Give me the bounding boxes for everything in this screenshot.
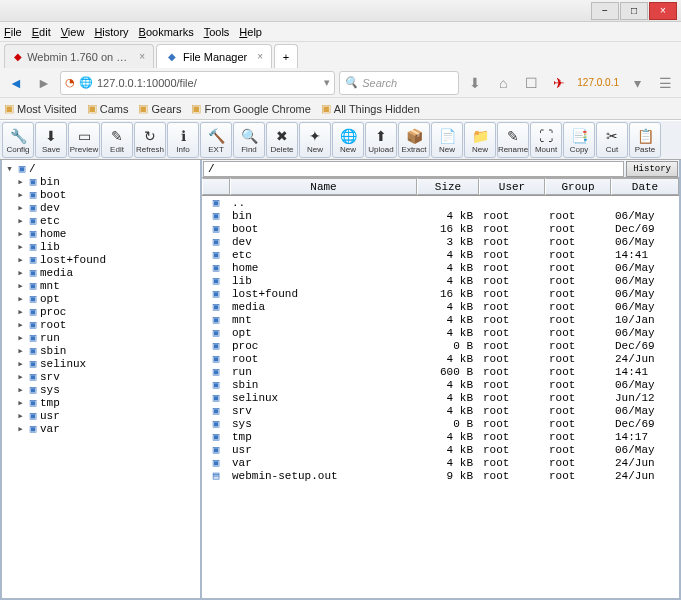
home-button[interactable]: ⌂	[491, 71, 515, 95]
list-row[interactable]: ▣dev3 kBrootroot06/May	[202, 235, 679, 248]
tree-twisty-icon[interactable]: ▸	[15, 305, 26, 318]
list-row[interactable]: ▣mnt4 kBrootroot10/Jan	[202, 313, 679, 326]
history-button[interactable]: History	[626, 161, 678, 177]
list-row[interactable]: ▣root4 kBrootroot24/Jun	[202, 352, 679, 365]
tree-twisty-icon[interactable]: ▾	[4, 162, 15, 175]
tree-pane[interactable]: ▾▣/▸▣bin▸▣boot▸▣dev▸▣etc▸▣home▸▣lib▸▣los…	[2, 160, 202, 598]
tree-node[interactable]: ▸▣root	[4, 318, 198, 331]
tool-config[interactable]: 🔧Config	[2, 122, 34, 158]
list-row[interactable]: ▣run600 Brootroot14:41	[202, 365, 679, 378]
tool-delete[interactable]: ✖Delete	[266, 122, 298, 158]
menu-view[interactable]: View	[61, 26, 85, 38]
menu-file[interactable]: File	[4, 26, 22, 38]
tool-save[interactable]: ⬇Save	[35, 122, 67, 158]
bookmark-item[interactable]: ▣Gears	[138, 102, 181, 115]
nav-forward-button[interactable]: ►	[32, 71, 56, 95]
tree-node[interactable]: ▸▣etc	[4, 214, 198, 227]
tree-twisty-icon[interactable]: ▸	[15, 240, 26, 253]
tool-copy[interactable]: 📑Copy	[563, 122, 595, 158]
window-minimize-button[interactable]: −	[591, 2, 619, 20]
menu-edit[interactable]: Edit	[32, 26, 51, 38]
list-row[interactable]: ▣bin4 kBrootroot06/May	[202, 209, 679, 222]
dropdown-icon[interactable]: ▾	[324, 76, 330, 89]
site-identity-icon[interactable]: ◔	[65, 76, 75, 89]
tree-twisty-icon[interactable]: ▸	[15, 266, 26, 279]
list-row[interactable]: ▣etc4 kBrootroot14:41	[202, 248, 679, 261]
tree-twisty-icon[interactable]: ▸	[15, 331, 26, 344]
list-row[interactable]: ▣sys0 BrootrootDec/69	[202, 417, 679, 430]
tool-preview[interactable]: ▭Preview	[68, 122, 100, 158]
tree-node[interactable]: ▸▣opt	[4, 292, 198, 305]
tree-twisty-icon[interactable]: ▸	[15, 422, 26, 435]
list-row[interactable]: ▣srv4 kBrootroot06/May	[202, 404, 679, 417]
col-user[interactable]: User	[479, 178, 545, 195]
tool-new[interactable]: 📄New	[431, 122, 463, 158]
tree-root[interactable]: ▾▣/	[4, 162, 198, 175]
list-row[interactable]: ▤webmin-setup.out9 kBrootroot24/Jun	[202, 469, 679, 482]
tool-find[interactable]: 🔍Find	[233, 122, 265, 158]
tree-twisty-icon[interactable]: ▸	[15, 279, 26, 292]
list-row[interactable]: ▣media4 kBrootroot06/May	[202, 300, 679, 313]
list-row[interactable]: ▣boot16 kBrootrootDec/69	[202, 222, 679, 235]
bookmark-item[interactable]: ▣Most Visited	[4, 102, 77, 115]
menu-history[interactable]: History	[94, 26, 128, 38]
window-maximize-button[interactable]: □	[620, 2, 648, 20]
tool-upload[interactable]: ⬆Upload	[365, 122, 397, 158]
tool-refresh[interactable]: ↻Refresh	[134, 122, 166, 158]
new-tab-button[interactable]: +	[274, 44, 298, 68]
tree-node[interactable]: ▸▣srv	[4, 370, 198, 383]
path-input[interactable]: /	[203, 161, 624, 177]
url-bar[interactable]: ◔ 🌐 127.0.0.1:10000/file/ ▾	[60, 71, 335, 95]
tab[interactable]: ◆Webmin 1.760 on raspberr…×	[4, 44, 154, 68]
tree-twisty-icon[interactable]: ▸	[15, 357, 26, 370]
search-box[interactable]: 🔍 Search	[339, 71, 459, 95]
list-row[interactable]: ▣sbin4 kBrootroot06/May	[202, 378, 679, 391]
tree-node[interactable]: ▸▣lib	[4, 240, 198, 253]
bookmark-button[interactable]: ☐	[519, 71, 543, 95]
window-close-button[interactable]: ×	[649, 2, 677, 20]
list-row[interactable]: ▣lost+found16 kBrootroot06/May	[202, 287, 679, 300]
list-row[interactable]: ▣var4 kBrootroot24/Jun	[202, 456, 679, 469]
col-group[interactable]: Group	[545, 178, 611, 195]
list-row[interactable]: ▣selinux4 kBrootrootJun/12	[202, 391, 679, 404]
proxy-label[interactable]: 127.0.0.1	[575, 77, 621, 88]
bookmark-item[interactable]: ▣Cams	[87, 102, 129, 115]
tree-twisty-icon[interactable]: ▸	[15, 292, 26, 305]
tool-extract[interactable]: 📦Extract	[398, 122, 430, 158]
tree-node[interactable]: ▸▣selinux	[4, 357, 198, 370]
tree-node[interactable]: ▸▣sys	[4, 383, 198, 396]
addon-dropdown-icon[interactable]: ▾	[625, 71, 649, 95]
tree-twisty-icon[interactable]: ▸	[15, 383, 26, 396]
tab[interactable]: ◆File Manager×	[156, 44, 272, 68]
tree-node[interactable]: ▸▣media	[4, 266, 198, 279]
list-row[interactable]: ▣tmp4 kBrootroot14:17	[202, 430, 679, 443]
tree-node[interactable]: ▸▣dev	[4, 201, 198, 214]
tree-twisty-icon[interactable]: ▸	[15, 227, 26, 240]
col-icon[interactable]	[202, 178, 230, 195]
tree-twisty-icon[interactable]: ▸	[15, 370, 26, 383]
menu-tools[interactable]: Tools	[204, 26, 230, 38]
tool-new[interactable]: ✦New	[299, 122, 331, 158]
tree-node[interactable]: ▸▣usr	[4, 409, 198, 422]
tree-twisty-icon[interactable]: ▸	[15, 253, 26, 266]
nav-back-button[interactable]: ◄	[4, 71, 28, 95]
url-text[interactable]: 127.0.0.1:10000/file/	[97, 77, 320, 89]
tool-new[interactable]: 🌐New	[332, 122, 364, 158]
col-date[interactable]: Date	[611, 178, 679, 195]
tree-twisty-icon[interactable]: ▸	[15, 318, 26, 331]
bookmark-item[interactable]: ▣All Things Hidden	[321, 102, 420, 115]
tree-node[interactable]: ▸▣var	[4, 422, 198, 435]
tree-node[interactable]: ▸▣lost+found	[4, 253, 198, 266]
tree-twisty-icon[interactable]: ▸	[15, 175, 26, 188]
download-button[interactable]: ⬇	[463, 71, 487, 95]
tool-paste[interactable]: 📋Paste	[629, 122, 661, 158]
list-row[interactable]: ▣opt4 kBrootroot06/May	[202, 326, 679, 339]
menu-bookmarks[interactable]: Bookmarks	[139, 26, 194, 38]
tree-node[interactable]: ▸▣proc	[4, 305, 198, 318]
list-row[interactable]: ▣lib4 kBrootroot06/May	[202, 274, 679, 287]
col-size[interactable]: Size	[417, 178, 479, 195]
tab-close-icon[interactable]: ×	[257, 51, 263, 62]
list-row[interactable]: ▣home4 kBrootroot06/May	[202, 261, 679, 274]
tree-node[interactable]: ▸▣bin	[4, 175, 198, 188]
menu-help[interactable]: Help	[239, 26, 262, 38]
